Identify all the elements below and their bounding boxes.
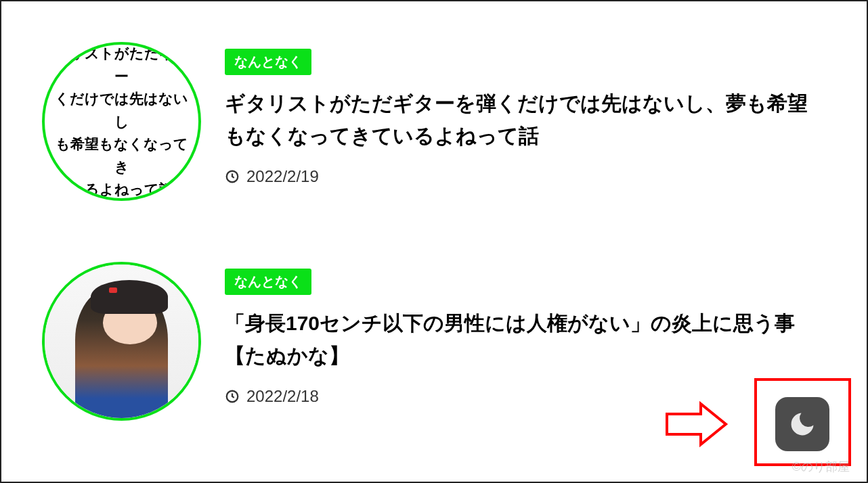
dark-mode-toggle-button[interactable] bbox=[775, 397, 829, 451]
article-content: なんとなく ギタリストがただギターを弾くだけでは先はないし、夢も希望もなくなって… bbox=[225, 42, 826, 186]
article-content: なんとなく 「身長170センチ以下の男性には人権がない」の炎上に思う事【たぬかな… bbox=[225, 262, 826, 406]
article-title: ギタリストがただギターを弾くだけでは先はないし、夢も希望もなくなってきているよね… bbox=[225, 87, 826, 152]
clock-icon bbox=[225, 389, 240, 404]
arrow-right-icon bbox=[664, 397, 731, 451]
thumbnail-text-image: タリストがただギターくだけでは先はないしも希望もなくなってきいるよねって話 bbox=[45, 42, 198, 201]
watermark: ©のり部屋 bbox=[792, 459, 850, 475]
article-item[interactable]: タリストがただギターくだけでは先はないしも希望もなくなってきいるよねって話 なん… bbox=[42, 42, 826, 201]
date-text: 2022/2/18 bbox=[246, 387, 319, 406]
article-date: 2022/2/18 bbox=[225, 387, 826, 406]
article-thumbnail bbox=[42, 262, 201, 421]
category-tag[interactable]: なんとなく bbox=[225, 269, 311, 295]
date-text: 2022/2/19 bbox=[246, 167, 319, 186]
article-list: タリストがただギターくだけでは先はないしも希望もなくなってきいるよねって話 なん… bbox=[1, 1, 867, 483]
category-tag[interactable]: なんとなく bbox=[225, 49, 311, 75]
moon-icon bbox=[787, 409, 817, 439]
thumbnail-photo-image bbox=[45, 264, 198, 418]
article-date: 2022/2/19 bbox=[225, 167, 826, 186]
article-title: 「身長170センチ以下の男性には人権がない」の炎上に思う事【たぬかな】 bbox=[225, 307, 826, 372]
article-thumbnail: タリストがただギターくだけでは先はないしも希望もなくなってきいるよねって話 bbox=[42, 42, 201, 201]
clock-icon bbox=[225, 169, 240, 184]
